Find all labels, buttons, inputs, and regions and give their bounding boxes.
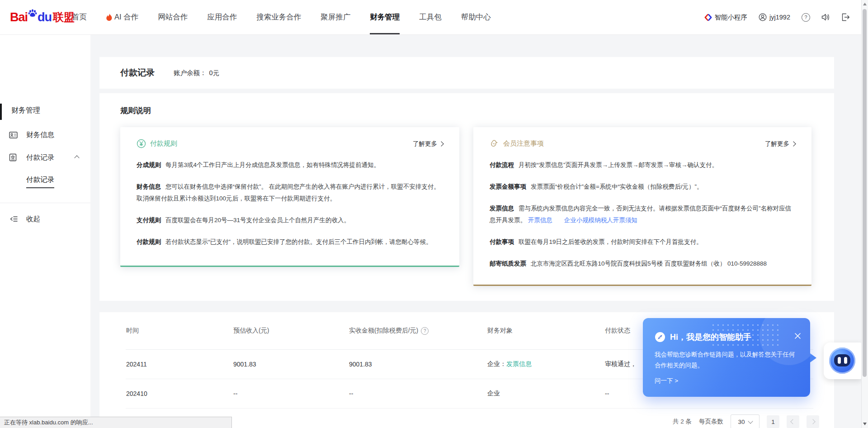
logo-text-du: du — [38, 10, 52, 24]
info-icon[interactable] — [421, 327, 429, 335]
cell-actual: -- — [349, 379, 487, 409]
rule-label: 财务信息 — [137, 183, 161, 190]
payment-rules-title-label: 付款规则 — [150, 139, 177, 148]
rule-item: 分成规则每月第3或4个工作日产出上月分成信息及发票信息，如有特殊情况将提前通知。 — [137, 159, 443, 171]
topbar: Bai du 联盟 首页 AI 合作 网站合作 应用合作 搜索业务合作 聚屏推广… — [0, 0, 868, 35]
chevron-right-icon — [810, 419, 815, 424]
rule-item: 付款事项联盟在每月19日之后签收的发票，付款时间安排在下个月首批支付。 — [490, 236, 795, 248]
col-estimated-income: 预估收入(元) — [233, 312, 349, 350]
sidebar-subitem-payment-records-active[interactable]: 付款记录 — [26, 175, 54, 188]
assistant-ask-link[interactable]: 问一下 > — [655, 377, 810, 385]
user-account[interactable]: jyj1992 — [759, 13, 790, 21]
payment-rules-more-link[interactable]: 了解更多 — [413, 140, 443, 148]
nav-app-coop[interactable]: 应用合作 — [207, 0, 237, 34]
sidebar-item-label: 财务信息 — [26, 130, 54, 140]
baidu-union-logo[interactable]: Bai du 联盟 — [10, 0, 75, 34]
coin-icon — [137, 139, 146, 148]
page-number-button[interactable]: 1 — [767, 415, 779, 428]
nav-help-center[interactable]: 帮助中心 — [461, 0, 491, 34]
invoice-info-link[interactable]: 开票信息 — [528, 217, 552, 224]
assistant-launcher[interactable] — [824, 342, 862, 379]
rule-label: 付款流程 — [490, 162, 514, 168]
robot-avatar — [829, 347, 855, 374]
finance-info-icon — [9, 131, 18, 139]
cell-actual: 9001.83 — [349, 350, 487, 379]
baidu-union-finance-page: Bai du 联盟 首页 AI 合作 网站合作 应用合作 搜索业务合作 聚屏推广… — [0, 0, 868, 428]
nav-website-coop[interactable]: 网站合作 — [158, 0, 188, 34]
rule-item: 发票金额事项发票票面“价税合计”金额=系统中“实收金额（扣除税费后/元）”。 — [490, 181, 795, 193]
robot-eye — [838, 357, 841, 364]
rule-text: 您可以在财务信息中选择“保留付款”。 在此期间您产生的收入将在账户内进行累计，联… — [137, 183, 440, 202]
page-scrollbar — [861, 0, 868, 428]
sidebar-divider — [0, 203, 90, 203]
nav-home[interactable]: 首页 — [72, 0, 87, 34]
prev-page-button[interactable] — [787, 415, 799, 428]
rule-label: 付款事项 — [490, 238, 514, 245]
scroll-up-arrow[interactable] — [863, 3, 867, 5]
rule-item: 发票信息需与系统内发票信息内容完全一致，否则无法支付。请根据发票信息页面中“百度… — [490, 203, 795, 226]
rule-label: 分成规则 — [137, 162, 161, 168]
rule-text: 每月第3或4个工作日产出上月分成信息及发票信息，如有特殊情况将提前通知。 — [165, 162, 380, 168]
rule-label: 支付规则 — [137, 217, 161, 224]
scrollbar-thumb[interactable] — [863, 9, 867, 377]
finance-prefix: 企业： — [487, 360, 506, 367]
per-page-label: 每页条数 — [699, 418, 723, 426]
dove-icon — [490, 139, 499, 148]
rule-text: 联盟在每月19日之后签收的发票，付款时间安排在下个月首批支付。 — [519, 238, 703, 245]
sidebar-item-finance-info[interactable]: 财务信息 — [0, 127, 90, 143]
member-notes-title-label: 会员注意事项 — [503, 139, 544, 148]
per-page-value: 30 — [738, 418, 745, 425]
rule-item: 付款流程月初按“发票信息”页面开具发票→上传发票→邮寄发票→审核→确认支付。 — [490, 159, 795, 171]
account-balance: 账户余额： 0元 — [174, 69, 219, 77]
more-label: 了解更多 — [413, 140, 437, 148]
rule-label: 付款规则 — [137, 238, 161, 245]
help-icon[interactable] — [802, 13, 810, 22]
rules-heading: 规则说明 — [120, 105, 151, 116]
invoice-detail-link[interactable]: 发票信息 — [506, 360, 532, 367]
cell-finance-object: 企业 — [487, 379, 604, 409]
page-title: 付款记录 — [120, 67, 155, 79]
scroll-down-arrow[interactable] — [863, 423, 867, 425]
assistant-popup-arrow — [810, 353, 816, 362]
caret-down-icon — [748, 418, 753, 423]
smart-miniapp-entry[interactable]: 智能小程序 — [704, 13, 748, 22]
per-page-select[interactable]: 30 — [731, 414, 760, 428]
nav-search-coop[interactable]: 搜索业务合作 — [256, 0, 301, 34]
close-icon[interactable] — [794, 333, 801, 339]
member-notes-more-link[interactable]: 了解更多 — [765, 140, 795, 148]
rule-text: 百度联盟会在每月20号—31号支付企业会员上个自然月产生的收入。 — [165, 217, 350, 224]
nav-screen-promo[interactable]: 聚屏推广 — [321, 0, 350, 34]
sidebar: 财务管理 财务信息 付款记录 付款记录 收起 — [0, 34, 90, 428]
next-page-button[interactable] — [807, 415, 819, 428]
chevron-right-icon — [791, 141, 796, 146]
cell-estimated: -- — [233, 379, 349, 409]
robot-face — [834, 354, 850, 366]
nav-toolkit[interactable]: 工具包 — [419, 0, 442, 34]
member-notes-title: 会员注意事项 — [490, 139, 544, 148]
rule-item: 支付规则百度联盟会在每月20号—31号支付企业会员上个自然月产生的收入。 — [137, 214, 443, 226]
sound-icon[interactable] — [821, 13, 830, 21]
flame-icon — [106, 14, 112, 21]
cell-finance-object: 企业：发票信息 — [487, 350, 604, 379]
chevron-right-icon — [439, 141, 443, 146]
rule-label: 邮寄纸质发票 — [490, 260, 526, 267]
small-taxpayer-notice-link[interactable]: 企业小规模纳税人开票须知 — [564, 217, 637, 224]
payment-record-icon — [9, 153, 17, 162]
sidebar-collapse-button[interactable]: 收起 — [0, 212, 90, 226]
cell-estimated: 9001.83 — [233, 350, 349, 379]
miniapp-diamond-icon — [704, 14, 712, 21]
nav-ai-coop[interactable]: AI 合作 — [106, 0, 138, 34]
sidebar-item-payment-records[interactable]: 付款记录 — [0, 150, 90, 165]
rule-label: 发票信息 — [490, 205, 514, 212]
rule-item: 邮寄纸质发票北京市海淀区西北旺东路10号院百度科技园5号楼 百度联盟财务组（收）… — [490, 258, 795, 270]
assistant-title: Hi，我是您的智能助手 — [670, 332, 751, 342]
rule-text: 若付款状态显示“已支付”，说明联盟已安排了您的付款。支付后三个工作日内到帐，请您… — [165, 238, 432, 245]
rule-text: 北京市海淀区西北旺东路10号院百度科技园5号楼 百度联盟财务组（收） 010-5… — [531, 260, 767, 267]
rule-text: 月初按“发票信息”页面开具发票→上传发票→邮寄发票→审核→确认支付。 — [519, 162, 718, 168]
topbar-right: 智能小程序 jyj1992 — [704, 0, 850, 34]
more-label: 了解更多 — [765, 140, 789, 148]
assistant-popup: Hi，我是您的智能助手 我会帮助您诊断合作链路问题，以及解答您关于任何合作相关的… — [643, 318, 810, 397]
logout-icon[interactable] — [841, 13, 850, 21]
nav-finance-management[interactable]: 财务管理 — [370, 0, 400, 34]
balance-label: 账户余额： — [174, 69, 207, 77]
